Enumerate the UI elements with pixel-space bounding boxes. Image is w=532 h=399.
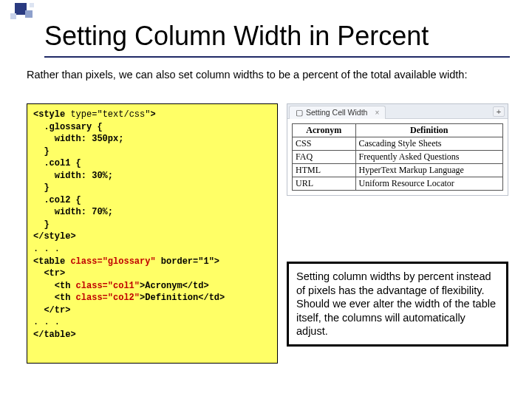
browser-tabbar: ▢ Setting Cell Width × + [287, 104, 508, 119]
page-icon: ▢ [296, 108, 303, 117]
table-row: HTML HyperText Markup Language [293, 164, 503, 177]
glossary-table: Acronym Definition CSS Cascading Style S… [292, 123, 503, 191]
cell-acronym: HTML [293, 164, 356, 177]
cell-acronym: FAQ [293, 151, 356, 164]
code-line: .glossary { [33, 122, 103, 132]
code-line: } [33, 219, 50, 230]
cell-definition: Uniform Resource Locator [355, 177, 503, 191]
code-line: } [33, 146, 50, 157]
table-row: CSS Cascading Style Sheets [293, 137, 503, 151]
code-attr: class="col2" [76, 293, 140, 303]
code-line: </style> [33, 231, 76, 242]
browser-tab[interactable]: ▢ Setting Cell Width × [289, 106, 386, 119]
callout-note: Setting column widths by percent instead… [287, 262, 508, 347]
code-line: type="text/css" [70, 109, 150, 120]
code-line: >Definition</td> [140, 293, 225, 303]
code-line: <table [33, 256, 70, 267]
code-attr: class="col1" [76, 281, 140, 291]
browser-preview: ▢ Setting Cell Width × + Acronym Definit… [287, 103, 508, 196]
code-line: </table> [33, 330, 76, 340]
code-attr: class="glossary" [70, 256, 155, 267]
code-line: <th [33, 281, 76, 291]
code-line: >Acronym</td> [140, 281, 209, 291]
tab-title: Setting Cell Width [306, 108, 367, 117]
code-line: .col1 { [33, 158, 81, 168]
code-line: width: 350px; [33, 134, 123, 144]
code-line: width: 30%; [33, 171, 113, 181]
code-line: } [33, 183, 50, 193]
cell-acronym: URL [293, 177, 356, 191]
col-header-acronym: Acronym [293, 124, 356, 137]
code-line: .col2 { [33, 195, 81, 205]
code-line: > [150, 109, 155, 120]
close-icon[interactable]: × [375, 109, 379, 117]
page-title: Setting Column Width in Percent [44, 21, 510, 58]
table-header-row: Acronym Definition [293, 124, 503, 137]
new-tab-button[interactable]: + [493, 106, 505, 117]
code-line: </tr> [33, 305, 70, 316]
code-line: border="1"> [156, 256, 219, 267]
code-line: <style [33, 109, 70, 120]
table-row: FAQ Frequently Asked Questions [293, 151, 503, 164]
code-line: <th [33, 293, 76, 303]
code-line: . . . [33, 317, 60, 327]
code-example: <style type="text/css"> .glossary { widt… [27, 103, 278, 364]
intro-text: Rather than pixels, we can also set colu… [27, 68, 510, 81]
cell-definition: HyperText Markup Language [355, 164, 503, 177]
code-line: . . . [33, 244, 60, 254]
code-line: width: 70%; [33, 207, 113, 217]
cell-definition: Cascading Style Sheets [355, 137, 503, 151]
slide-decoration [0, 0, 37, 37]
col-header-definition: Definition [355, 124, 503, 137]
code-line: <tr> [33, 268, 65, 279]
cell-acronym: CSS [293, 137, 356, 151]
cell-definition: Frequently Asked Questions [355, 151, 503, 164]
table-row: URL Uniform Resource Locator [293, 177, 503, 191]
